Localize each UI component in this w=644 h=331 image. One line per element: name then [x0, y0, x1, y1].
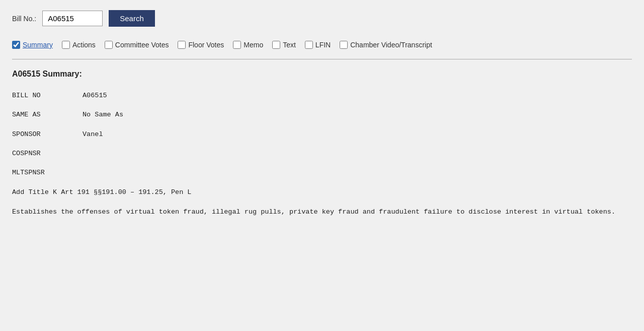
- summary-heading: A06515 Summary:: [12, 70, 632, 79]
- page-container: Bill No.: Search Summary Actions Committ…: [0, 0, 644, 331]
- cospnsr-field-label: COSPNSR: [12, 148, 83, 160]
- law-section-block: Add Title K Art 191 §§191.00 – 191.25, P…: [12, 187, 632, 198]
- tab-chamber-video[interactable]: Chamber Video/Transcript: [340, 41, 432, 49]
- committee-votes-checkbox[interactable]: [105, 41, 113, 49]
- section-divider: [12, 59, 632, 59]
- tab-lfin[interactable]: LFIN: [305, 41, 331, 49]
- actions-label[interactable]: Actions: [72, 41, 96, 49]
- sponsor-row: SPONSOR Vanel: [12, 128, 632, 141]
- committee-votes-label[interactable]: Committee Votes: [115, 41, 169, 49]
- memo-label[interactable]: Memo: [244, 41, 263, 49]
- mltspnsr-row: MLTSPNSR: [12, 167, 632, 179]
- tab-summary[interactable]: Summary: [12, 41, 53, 49]
- text-checkbox[interactable]: [272, 41, 280, 49]
- bill-no-field-value: A06515: [83, 90, 107, 102]
- bill-no-field-label: BILL NO: [12, 90, 83, 102]
- tab-actions[interactable]: Actions: [62, 41, 96, 49]
- tab-floor-votes[interactable]: Floor Votes: [178, 41, 224, 49]
- summary-label[interactable]: Summary: [23, 41, 53, 49]
- bill-no-row: BILL NO A06515: [12, 90, 632, 102]
- text-label[interactable]: Text: [283, 41, 296, 49]
- mltspnsr-field-label: MLTSPNSR: [12, 167, 83, 179]
- memo-checkbox[interactable]: [233, 41, 241, 49]
- same-as-field-value: No Same As: [83, 109, 123, 121]
- floor-votes-label[interactable]: Floor Votes: [188, 41, 224, 49]
- search-row: Bill No.: Search: [12, 10, 632, 27]
- summary-content: BILL NO A06515 SAME AS No Same As SPONSO…: [12, 90, 632, 218]
- chamber-video-label[interactable]: Chamber Video/Transcript: [350, 41, 432, 49]
- tab-text[interactable]: Text: [272, 41, 296, 49]
- bill-no-label: Bill No.:: [12, 15, 36, 23]
- actions-checkbox[interactable]: [62, 41, 70, 49]
- sponsor-field-label: SPONSOR: [12, 128, 83, 141]
- tab-memo[interactable]: Memo: [233, 41, 263, 49]
- law-section-text: Add Title K Art 191 §§191.00 – 191.25, P…: [12, 187, 632, 198]
- bill-no-input[interactable]: [42, 11, 103, 26]
- chamber-video-checkbox[interactable]: [340, 41, 348, 49]
- tab-committee-votes[interactable]: Committee Votes: [105, 41, 169, 49]
- search-button[interactable]: Search: [109, 10, 155, 27]
- cospnsr-row: COSPNSR: [12, 148, 632, 160]
- summary-section: A06515 Summary: BILL NO A06515 SAME AS N…: [12, 70, 632, 218]
- floor-votes-checkbox[interactable]: [178, 41, 186, 49]
- same-as-field-label: SAME AS: [12, 109, 83, 121]
- summary-checkbox[interactable]: [12, 41, 20, 49]
- same-as-row: SAME AS No Same As: [12, 109, 632, 121]
- lfin-label[interactable]: LFIN: [315, 41, 331, 49]
- lfin-checkbox[interactable]: [305, 41, 313, 49]
- description-block: Establishes the offenses of virtual toke…: [12, 207, 632, 218]
- tabs-row: Summary Actions Committee Votes Floor Vo…: [12, 37, 632, 53]
- description-text: Establishes the offenses of virtual toke…: [12, 207, 632, 218]
- sponsor-field-value: Vanel: [83, 128, 103, 141]
